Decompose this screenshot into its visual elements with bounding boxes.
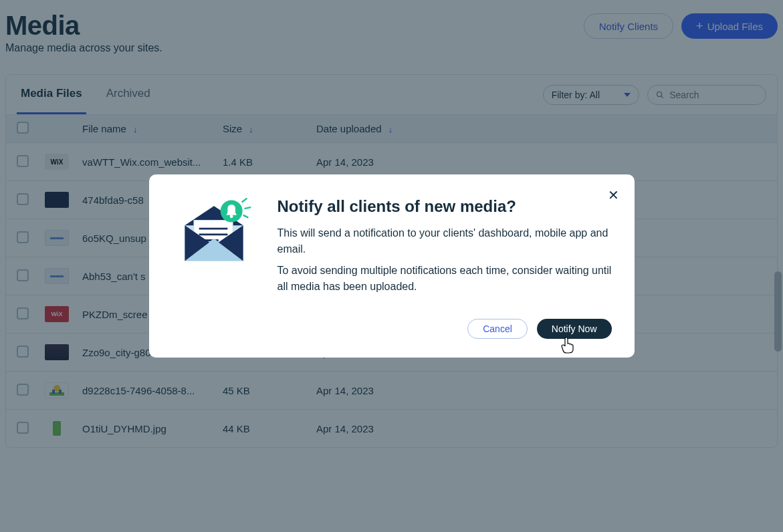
- notify-modal: ✕: [149, 174, 635, 358]
- modal-actions: Cancel Notify Now: [172, 319, 612, 339]
- modal-body-2: To avoid sending multiple notifications …: [277, 263, 612, 295]
- modal-title: Notify all clients of new media?: [277, 197, 612, 216]
- notify-now-label: Notify Now: [552, 323, 597, 334]
- modal-text: Notify all clients of new media? This wi…: [277, 197, 612, 300]
- envelope-notification-icon: [172, 192, 256, 272]
- svg-point-16: [229, 215, 233, 218]
- close-icon: ✕: [608, 187, 619, 203]
- svg-line-18: [244, 207, 251, 209]
- close-button[interactable]: ✕: [605, 186, 623, 204]
- cancel-button[interactable]: Cancel: [467, 319, 528, 339]
- modal-body-1: This will send a notification to your cl…: [277, 225, 612, 257]
- modal-overlay[interactable]: ✕: [0, 0, 783, 532]
- notify-now-button[interactable]: Notify Now: [537, 319, 612, 339]
- cancel-label: Cancel: [483, 323, 512, 334]
- svg-line-17: [241, 198, 247, 203]
- svg-line-19: [243, 215, 248, 218]
